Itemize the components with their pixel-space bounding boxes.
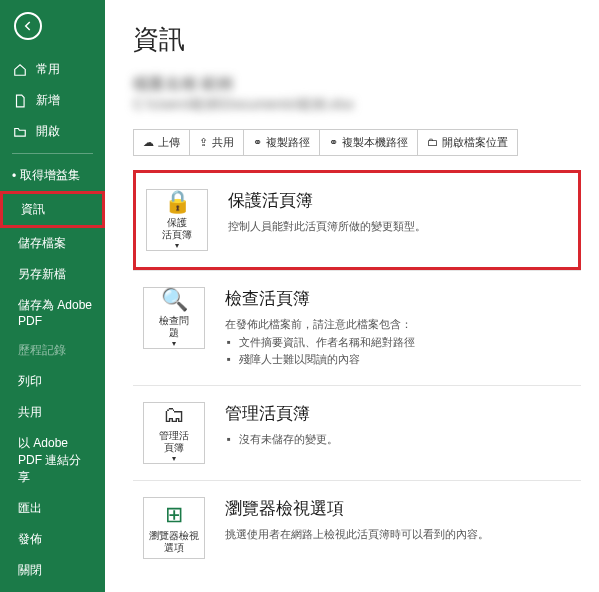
inspect-icon: 🔍 (161, 287, 188, 313)
copy-local-path-button[interactable]: ⚭複製本機路徑 (320, 129, 418, 156)
nav-close[interactable]: 關閉 (0, 555, 105, 586)
copy-path-button[interactable]: ⚭複製路徑 (244, 129, 320, 156)
nav-home[interactable]: 常用 (0, 54, 105, 85)
nav-label: 儲存為 Adobe PDF (18, 297, 93, 328)
nav-addins[interactable]: •取得增益集 (0, 160, 105, 191)
nav-save-adobe-pdf[interactable]: 儲存為 Adobe PDF (0, 290, 105, 335)
backstage-sidebar: 常用 新增 開啟 •取得增益集 資訊 儲存檔案 另存新檔 儲存為 Adobe P… (0, 0, 105, 592)
upload-button[interactable]: ☁上傳 (133, 129, 190, 156)
nav-print[interactable]: 列印 (0, 366, 105, 397)
cloud-upload-icon: ☁ (143, 136, 154, 149)
check-issues-button[interactable]: 🔍 檢查問 題▾ (143, 287, 205, 349)
share-icon: ⇪ (199, 136, 208, 149)
nav-label: 歷程記錄 (18, 342, 66, 359)
info-toolbar: ☁上傳 ⇪共用 ⚭複製路徑 ⚭複製本機路徑 🗀開啟檔案位置 (133, 129, 581, 156)
nav-label: 發佈 (18, 531, 42, 548)
doc-name: 檔案名稱 範例 (133, 73, 581, 95)
nav-info[interactable]: 資訊 (0, 191, 105, 228)
chevron-down-icon: ▾ (175, 241, 179, 251)
btn-label: 複製路徑 (266, 135, 310, 150)
nav-label: 關閉 (18, 562, 42, 579)
bullet-item: 沒有未儲存的變更。 (225, 431, 571, 449)
bullet-item: 殘障人士難以閱讀的內容 (225, 351, 571, 369)
section-title: 保護活頁簿 (228, 189, 568, 212)
nav-separator (12, 153, 93, 154)
manage-workbook-section: 🗂 管理活 頁簿▾ 管理活頁簿 沒有未儲存的變更。 (133, 386, 581, 480)
browser-view-options-button[interactable]: ⊞ 瀏覽器檢視 選項 (143, 497, 205, 559)
excel-browser-icon: ⊞ (165, 502, 183, 528)
nav-publish[interactable]: 發佈 (0, 524, 105, 555)
nav-label: 常用 (36, 61, 60, 78)
inspect-workbook-section: 🔍 檢查問 題▾ 檢查活頁簿 在發佈此檔案前，請注意此檔案包含： 文件摘要資訊、… (133, 271, 581, 385)
nav-label: 開啟 (36, 123, 60, 140)
protect-workbook-button[interactable]: 🔒 保護 活頁簿▾ (146, 189, 208, 251)
back-arrow-icon (21, 19, 35, 33)
new-doc-icon (12, 93, 28, 109)
chevron-down-icon: ▾ (172, 454, 176, 464)
section-title: 檢查活頁簿 (225, 287, 571, 310)
nav-label: 另存新檔 (18, 266, 66, 283)
btn-label: 複製本機路徑 (342, 135, 408, 150)
nav-open[interactable]: 開啟 (0, 116, 105, 147)
link-icon: ⚭ (253, 136, 262, 149)
nav-label: 列印 (18, 373, 42, 390)
btn-label: 共用 (212, 135, 234, 150)
browser-view-section: ⊞ 瀏覽器檢視 選項 瀏覽器檢視選項 挑選使用者在網路上檢視此活頁簿時可以看到的… (133, 481, 581, 575)
nav-label: 儲存檔案 (18, 235, 66, 252)
home-icon (12, 62, 28, 78)
bullet-item: 文件摘要資訊、作者名稱和絕對路徑 (225, 334, 571, 352)
btn-label: 上傳 (158, 135, 180, 150)
btn-label: 瀏覽器檢視 選項 (149, 530, 199, 554)
nav-label: 資訊 (21, 201, 45, 218)
link-icon: ⚭ (329, 136, 338, 149)
nav-label: 匯出 (18, 500, 42, 517)
nav-adobe-pdf-link[interactable]: 以 Adobe PDF 連結分享 (0, 428, 105, 493)
nav-saveas[interactable]: 另存新檔 (0, 259, 105, 290)
section-lead: 在發佈此檔案前，請注意此檔案包含： (225, 316, 571, 334)
section-text: 控制人員能對此活頁簿所做的變更類型。 (228, 218, 568, 236)
back-button[interactable] (14, 12, 42, 40)
btn-label: 檢查問 題 (159, 315, 189, 339)
section-title: 管理活頁簿 (225, 402, 571, 425)
manage-workbook-button[interactable]: 🗂 管理活 頁簿▾ (143, 402, 205, 464)
nav-history: 歷程記錄 (0, 335, 105, 366)
btn-label: 管理活 頁簿 (159, 430, 189, 454)
btn-label: 保護 活頁簿 (162, 217, 192, 241)
nav-save[interactable]: 儲存檔案 (0, 228, 105, 259)
doc-path: C:\Users\範例\Documents\範例.xlsx (133, 96, 354, 112)
manage-icon: 🗂 (163, 402, 185, 428)
chevron-down-icon: ▾ (172, 339, 176, 349)
folder-icon: 🗀 (427, 136, 438, 148)
section-text: 挑選使用者在網路上檢視此活頁簿時可以看到的內容。 (225, 526, 571, 544)
nav-new[interactable]: 新增 (0, 85, 105, 116)
nav-export[interactable]: 匯出 (0, 493, 105, 524)
nav-label: 新增 (36, 92, 60, 109)
protect-workbook-section: 🔒 保護 活頁簿▾ 保護活頁簿 控制人員能對此活頁簿所做的變更類型。 (133, 170, 581, 270)
nav-label: 以 Adobe PDF 連結分享 (18, 435, 93, 486)
section-title: 瀏覽器檢視選項 (225, 497, 571, 520)
lock-icon: 🔒 (164, 189, 191, 215)
document-path-block: 檔案名稱 範例 C:\Users\範例\Documents\範例.xlsx (133, 73, 581, 115)
nav-label: 共用 (18, 404, 42, 421)
open-file-location-button[interactable]: 🗀開啟檔案位置 (418, 129, 518, 156)
nav-share[interactable]: 共用 (0, 397, 105, 428)
page-title: 資訊 (133, 22, 581, 57)
open-folder-icon (12, 124, 28, 140)
share-button[interactable]: ⇪共用 (190, 129, 244, 156)
nav-label: 取得增益集 (20, 167, 80, 184)
main-backstage-panel: 資訊 檔案名稱 範例 C:\Users\範例\Documents\範例.xlsx… (105, 0, 599, 592)
btn-label: 開啟檔案位置 (442, 135, 508, 150)
